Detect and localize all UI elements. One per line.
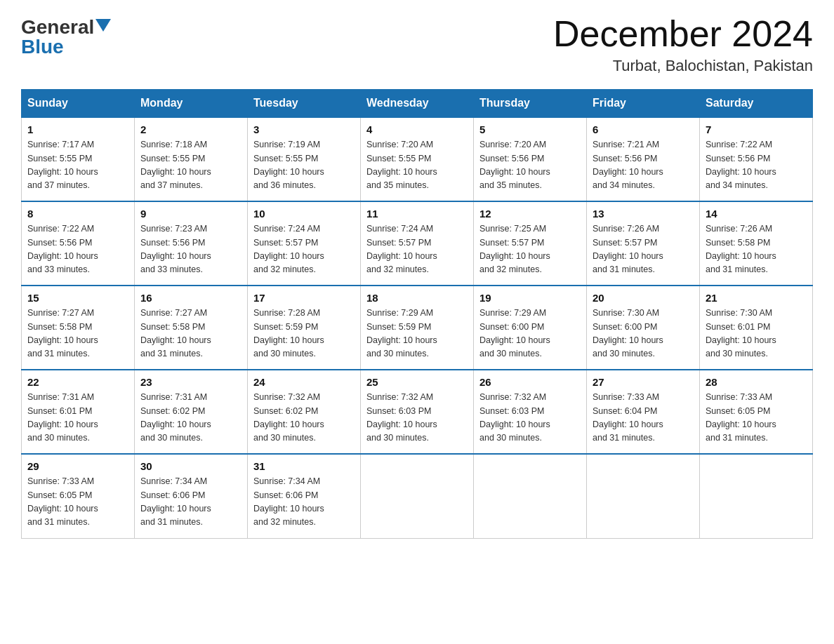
day-number: 15 [27, 292, 128, 304]
day-info: Sunrise: 7:22 AMSunset: 5:56 PMDaylight:… [27, 222, 128, 277]
logo-triangle-icon [95, 19, 111, 32]
calendar-cell: 14 Sunrise: 7:26 AMSunset: 5:58 PMDaylig… [700, 201, 813, 286]
day-number: 18 [366, 292, 468, 304]
calendar-cell: 23 Sunrise: 7:31 AMSunset: 6:02 PMDaylig… [135, 370, 248, 454]
day-info: Sunrise: 7:18 AMSunset: 5:55 PMDaylight:… [140, 138, 241, 193]
day-number: 14 [706, 208, 807, 220]
day-info: Sunrise: 7:29 AMSunset: 5:59 PMDaylight:… [366, 307, 468, 361]
calendar-cell: 27 Sunrise: 7:33 AMSunset: 6:04 PMDaylig… [587, 370, 700, 454]
page-header: General Blue December 2024 Turbat, Baloc… [21, 14, 813, 75]
header-thursday: Thursday [474, 90, 587, 118]
day-info: Sunrise: 7:34 AMSunset: 6:06 PMDaylight:… [140, 475, 241, 530]
day-number: 26 [479, 376, 581, 388]
day-info: Sunrise: 7:34 AMSunset: 6:06 PMDaylight:… [253, 475, 355, 530]
calendar-table: SundayMondayTuesdayWednesdayThursdayFrid… [21, 89, 813, 539]
day-info: Sunrise: 7:25 AMSunset: 5:57 PMDaylight:… [479, 222, 581, 277]
day-info: Sunrise: 7:30 AMSunset: 6:01 PMDaylight:… [706, 307, 807, 361]
day-number: 11 [366, 208, 468, 220]
calendar-cell [474, 454, 587, 538]
calendar-cell: 9 Sunrise: 7:23 AMSunset: 5:56 PMDayligh… [135, 201, 248, 286]
calendar-cell: 31 Sunrise: 7:34 AMSunset: 6:06 PMDaylig… [248, 454, 361, 538]
logo-blue: Blue [21, 37, 64, 57]
day-number: 5 [479, 123, 581, 135]
calendar-cell: 29 Sunrise: 7:33 AMSunset: 6:05 PMDaylig… [22, 454, 135, 538]
calendar-cell: 2 Sunrise: 7:18 AMSunset: 5:55 PMDayligh… [135, 117, 248, 201]
calendar-cell: 28 Sunrise: 7:33 AMSunset: 6:05 PMDaylig… [700, 370, 813, 454]
calendar-week-row: 8 Sunrise: 7:22 AMSunset: 5:56 PMDayligh… [22, 201, 813, 286]
day-number: 9 [140, 208, 241, 220]
calendar-cell: 1 Sunrise: 7:17 AMSunset: 5:55 PMDayligh… [22, 117, 135, 201]
day-number: 25 [366, 376, 468, 388]
calendar-cell: 21 Sunrise: 7:30 AMSunset: 6:01 PMDaylig… [700, 286, 813, 370]
calendar-cell: 7 Sunrise: 7:22 AMSunset: 5:56 PMDayligh… [700, 117, 813, 201]
day-info: Sunrise: 7:22 AMSunset: 5:56 PMDaylight:… [706, 138, 807, 193]
header-wednesday: Wednesday [361, 90, 474, 118]
calendar-cell: 12 Sunrise: 7:25 AMSunset: 5:57 PMDaylig… [474, 201, 587, 286]
day-number: 3 [253, 123, 355, 135]
day-number: 24 [253, 376, 355, 388]
day-info: Sunrise: 7:29 AMSunset: 6:00 PMDaylight:… [479, 307, 581, 361]
day-info: Sunrise: 7:26 AMSunset: 5:58 PMDaylight:… [706, 222, 807, 277]
calendar-cell: 20 Sunrise: 7:30 AMSunset: 6:00 PMDaylig… [587, 286, 700, 370]
calendar-cell: 13 Sunrise: 7:26 AMSunset: 5:57 PMDaylig… [587, 201, 700, 286]
location-subtitle: Turbat, Balochistan, Pakistan [553, 57, 813, 75]
day-number: 21 [706, 292, 807, 304]
day-info: Sunrise: 7:23 AMSunset: 5:56 PMDaylight:… [140, 222, 241, 277]
day-number: 23 [140, 376, 241, 388]
calendar-cell: 16 Sunrise: 7:27 AMSunset: 5:58 PMDaylig… [135, 286, 248, 370]
day-number: 12 [479, 208, 581, 220]
day-number: 27 [593, 376, 694, 388]
calendar-header-row: SundayMondayTuesdayWednesdayThursdayFrid… [22, 90, 813, 118]
day-info: Sunrise: 7:27 AMSunset: 5:58 PMDaylight:… [27, 307, 128, 361]
calendar-week-row: 22 Sunrise: 7:31 AMSunset: 6:01 PMDaylig… [22, 370, 813, 454]
calendar-cell: 19 Sunrise: 7:29 AMSunset: 6:00 PMDaylig… [474, 286, 587, 370]
day-info: Sunrise: 7:19 AMSunset: 5:55 PMDaylight:… [253, 138, 355, 193]
day-number: 7 [706, 123, 807, 135]
header-saturday: Saturday [700, 90, 813, 118]
calendar-cell: 30 Sunrise: 7:34 AMSunset: 6:06 PMDaylig… [135, 454, 248, 538]
day-info: Sunrise: 7:21 AMSunset: 5:56 PMDaylight:… [593, 138, 694, 193]
day-number: 30 [140, 460, 241, 472]
title-block: December 2024 Turbat, Balochistan, Pakis… [553, 14, 813, 75]
day-number: 4 [366, 123, 468, 135]
day-number: 17 [253, 292, 355, 304]
day-info: Sunrise: 7:17 AMSunset: 5:55 PMDaylight:… [27, 138, 128, 193]
day-number: 20 [593, 292, 694, 304]
month-year-title: December 2024 [553, 14, 813, 54]
day-info: Sunrise: 7:31 AMSunset: 6:02 PMDaylight:… [140, 391, 241, 445]
day-info: Sunrise: 7:32 AMSunset: 6:03 PMDaylight:… [479, 391, 581, 445]
calendar-cell: 5 Sunrise: 7:20 AMSunset: 5:56 PMDayligh… [474, 117, 587, 201]
day-number: 28 [706, 376, 807, 388]
day-info: Sunrise: 7:20 AMSunset: 5:55 PMDaylight:… [366, 138, 468, 193]
day-number: 31 [253, 460, 355, 472]
calendar-cell: 4 Sunrise: 7:20 AMSunset: 5:55 PMDayligh… [361, 117, 474, 201]
day-number: 1 [27, 123, 128, 135]
day-number: 29 [27, 460, 128, 472]
calendar-week-row: 29 Sunrise: 7:33 AMSunset: 6:05 PMDaylig… [22, 454, 813, 538]
day-info: Sunrise: 7:27 AMSunset: 5:58 PMDaylight:… [140, 307, 241, 361]
day-info: Sunrise: 7:33 AMSunset: 6:04 PMDaylight:… [593, 391, 694, 445]
calendar-cell: 25 Sunrise: 7:32 AMSunset: 6:03 PMDaylig… [361, 370, 474, 454]
day-number: 22 [27, 376, 128, 388]
calendar-cell: 6 Sunrise: 7:21 AMSunset: 5:56 PMDayligh… [587, 117, 700, 201]
header-monday: Monday [135, 90, 248, 118]
day-info: Sunrise: 7:32 AMSunset: 6:02 PMDaylight:… [253, 391, 355, 445]
day-number: 13 [593, 208, 694, 220]
calendar-cell: 26 Sunrise: 7:32 AMSunset: 6:03 PMDaylig… [474, 370, 587, 454]
day-number: 10 [253, 208, 355, 220]
calendar-cell: 18 Sunrise: 7:29 AMSunset: 5:59 PMDaylig… [361, 286, 474, 370]
logo: General Blue [21, 14, 111, 57]
logo-general: General [21, 18, 94, 37]
day-info: Sunrise: 7:33 AMSunset: 6:05 PMDaylight:… [706, 391, 807, 445]
calendar-cell: 24 Sunrise: 7:32 AMSunset: 6:02 PMDaylig… [248, 370, 361, 454]
calendar-cell [700, 454, 813, 538]
day-number: 6 [593, 123, 694, 135]
day-number: 16 [140, 292, 241, 304]
calendar-cell [587, 454, 700, 538]
calendar-cell: 15 Sunrise: 7:27 AMSunset: 5:58 PMDaylig… [22, 286, 135, 370]
svg-marker-0 [95, 19, 111, 32]
calendar-cell [361, 454, 474, 538]
day-number: 2 [140, 123, 241, 135]
day-info: Sunrise: 7:24 AMSunset: 5:57 PMDaylight:… [366, 222, 468, 277]
calendar-cell: 17 Sunrise: 7:28 AMSunset: 5:59 PMDaylig… [248, 286, 361, 370]
